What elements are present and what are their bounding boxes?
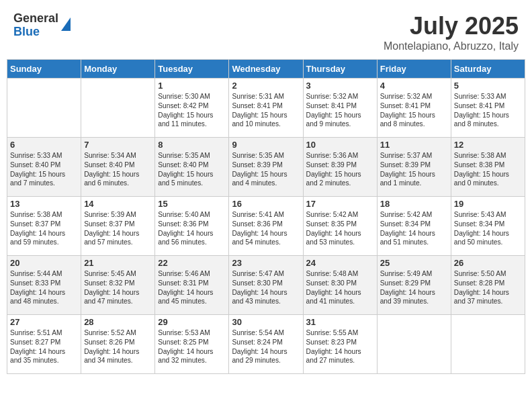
day-info: Sunrise: 5:34 AM Sunset: 8:40 PM Dayligh… xyxy=(84,151,152,188)
calendar-header-sunday: Sunday xyxy=(7,60,81,79)
day-info: Sunrise: 5:36 AM Sunset: 8:39 PM Dayligh… xyxy=(306,151,374,188)
day-number: 27 xyxy=(10,317,78,327)
day-number: 15 xyxy=(158,199,226,209)
day-info: Sunrise: 5:46 AM Sunset: 8:31 PM Dayligh… xyxy=(158,269,226,306)
calendar-cell: 18Sunrise: 5:42 AM Sunset: 8:34 PM Dayli… xyxy=(377,197,451,256)
day-number: 29 xyxy=(158,317,226,327)
calendar-cell: 20Sunrise: 5:44 AM Sunset: 8:33 PM Dayli… xyxy=(7,256,81,315)
day-number: 20 xyxy=(10,258,78,268)
day-info: Sunrise: 5:32 AM Sunset: 8:41 PM Dayligh… xyxy=(380,92,448,129)
day-info: Sunrise: 5:40 AM Sunset: 8:36 PM Dayligh… xyxy=(158,210,226,247)
calendar-cell: 19Sunrise: 5:43 AM Sunset: 8:34 PM Dayli… xyxy=(451,197,525,256)
day-info: Sunrise: 5:35 AM Sunset: 8:39 PM Dayligh… xyxy=(232,151,300,188)
day-info: Sunrise: 5:55 AM Sunset: 8:23 PM Dayligh… xyxy=(306,328,374,365)
day-number: 25 xyxy=(380,258,448,268)
calendar-cell: 13Sunrise: 5:38 AM Sunset: 8:37 PM Dayli… xyxy=(7,197,81,256)
day-info: Sunrise: 5:52 AM Sunset: 8:26 PM Dayligh… xyxy=(84,328,152,365)
day-number: 30 xyxy=(232,317,300,327)
day-info: Sunrise: 5:35 AM Sunset: 8:40 PM Dayligh… xyxy=(158,151,226,188)
calendar-cell xyxy=(451,315,525,374)
calendar-cell xyxy=(7,79,81,138)
logo-blue: Blue xyxy=(13,26,58,39)
day-number: 4 xyxy=(380,81,448,91)
day-number: 26 xyxy=(454,258,522,268)
page-header: General Blue July 2025 Montelapiano, Abr… xyxy=(7,7,525,55)
day-number: 11 xyxy=(380,140,448,150)
day-number: 8 xyxy=(158,140,226,150)
day-info: Sunrise: 5:37 AM Sunset: 8:39 PM Dayligh… xyxy=(380,151,448,188)
calendar-header-thursday: Thursday xyxy=(303,60,377,79)
calendar-cell: 30Sunrise: 5:54 AM Sunset: 8:24 PM Dayli… xyxy=(229,315,303,374)
calendar-week-row: 20Sunrise: 5:44 AM Sunset: 8:33 PM Dayli… xyxy=(7,256,525,315)
day-info: Sunrise: 5:33 AM Sunset: 8:40 PM Dayligh… xyxy=(10,151,78,188)
day-number: 1 xyxy=(158,81,226,91)
calendar-cell: 16Sunrise: 5:41 AM Sunset: 8:36 PM Dayli… xyxy=(229,197,303,256)
day-info: Sunrise: 5:30 AM Sunset: 8:42 PM Dayligh… xyxy=(158,92,226,129)
calendar-week-row: 27Sunrise: 5:51 AM Sunset: 8:27 PM Dayli… xyxy=(7,315,525,374)
day-number: 21 xyxy=(84,258,152,268)
calendar-header-row: SundayMondayTuesdayWednesdayThursdayFrid… xyxy=(7,60,525,79)
day-number: 31 xyxy=(306,317,374,327)
day-info: Sunrise: 5:47 AM Sunset: 8:30 PM Dayligh… xyxy=(232,269,300,306)
logo: General Blue xyxy=(13,12,71,39)
day-info: Sunrise: 5:50 AM Sunset: 8:28 PM Dayligh… xyxy=(454,269,522,306)
calendar-cell: 3Sunrise: 5:32 AM Sunset: 8:41 PM Daylig… xyxy=(303,79,377,138)
day-number: 28 xyxy=(84,317,152,327)
calendar-cell: 31Sunrise: 5:55 AM Sunset: 8:23 PM Dayli… xyxy=(303,315,377,374)
calendar-table: SundayMondayTuesdayWednesdayThursdayFrid… xyxy=(7,59,525,374)
day-number: 13 xyxy=(10,199,78,209)
day-info: Sunrise: 5:54 AM Sunset: 8:24 PM Dayligh… xyxy=(232,328,300,365)
calendar-header-saturday: Saturday xyxy=(451,60,525,79)
day-info: Sunrise: 5:44 AM Sunset: 8:33 PM Dayligh… xyxy=(10,269,78,306)
day-number: 22 xyxy=(158,258,226,268)
day-info: Sunrise: 5:45 AM Sunset: 8:32 PM Dayligh… xyxy=(84,269,152,306)
subtitle: Montelapiano, Abruzzo, Italy xyxy=(384,40,519,52)
calendar-cell: 22Sunrise: 5:46 AM Sunset: 8:31 PM Dayli… xyxy=(155,256,229,315)
day-number: 24 xyxy=(306,258,374,268)
day-info: Sunrise: 5:53 AM Sunset: 8:25 PM Dayligh… xyxy=(158,328,226,365)
calendar-header-wednesday: Wednesday xyxy=(229,60,303,79)
day-number: 23 xyxy=(232,258,300,268)
calendar-cell: 2Sunrise: 5:31 AM Sunset: 8:41 PM Daylig… xyxy=(229,79,303,138)
calendar-cell: 4Sunrise: 5:32 AM Sunset: 8:41 PM Daylig… xyxy=(377,79,451,138)
day-number: 10 xyxy=(306,140,374,150)
logo-text: General Blue xyxy=(13,12,58,39)
day-number: 7 xyxy=(84,140,152,150)
logo-triangle-icon xyxy=(61,17,71,31)
day-number: 19 xyxy=(454,199,522,209)
calendar-cell: 29Sunrise: 5:53 AM Sunset: 8:25 PM Dayli… xyxy=(155,315,229,374)
day-info: Sunrise: 5:33 AM Sunset: 8:41 PM Dayligh… xyxy=(454,92,522,129)
calendar-cell: 27Sunrise: 5:51 AM Sunset: 8:27 PM Dayli… xyxy=(7,315,81,374)
day-number: 16 xyxy=(232,199,300,209)
calendar-cell: 23Sunrise: 5:47 AM Sunset: 8:30 PM Dayli… xyxy=(229,256,303,315)
day-number: 3 xyxy=(306,81,374,91)
day-number: 12 xyxy=(454,140,522,150)
calendar-week-row: 13Sunrise: 5:38 AM Sunset: 8:37 PM Dayli… xyxy=(7,197,525,256)
calendar-cell xyxy=(377,315,451,374)
calendar-cell: 9Sunrise: 5:35 AM Sunset: 8:39 PM Daylig… xyxy=(229,138,303,197)
calendar-cell: 5Sunrise: 5:33 AM Sunset: 8:41 PM Daylig… xyxy=(451,79,525,138)
calendar-week-row: 6Sunrise: 5:33 AM Sunset: 8:40 PM Daylig… xyxy=(7,138,525,197)
day-number: 17 xyxy=(306,199,374,209)
day-info: Sunrise: 5:32 AM Sunset: 8:41 PM Dayligh… xyxy=(306,92,374,129)
day-info: Sunrise: 5:42 AM Sunset: 8:35 PM Dayligh… xyxy=(306,210,374,247)
calendar-cell: 25Sunrise: 5:49 AM Sunset: 8:29 PM Dayli… xyxy=(377,256,451,315)
logo-general: General xyxy=(13,12,58,26)
day-info: Sunrise: 5:38 AM Sunset: 8:38 PM Dayligh… xyxy=(454,151,522,188)
day-number: 2 xyxy=(232,81,300,91)
calendar-cell: 11Sunrise: 5:37 AM Sunset: 8:39 PM Dayli… xyxy=(377,138,451,197)
day-info: Sunrise: 5:43 AM Sunset: 8:34 PM Dayligh… xyxy=(454,210,522,247)
calendar-cell: 15Sunrise: 5:40 AM Sunset: 8:36 PM Dayli… xyxy=(155,197,229,256)
calendar-cell: 8Sunrise: 5:35 AM Sunset: 8:40 PM Daylig… xyxy=(155,138,229,197)
calendar-cell: 6Sunrise: 5:33 AM Sunset: 8:40 PM Daylig… xyxy=(7,138,81,197)
day-info: Sunrise: 5:31 AM Sunset: 8:41 PM Dayligh… xyxy=(232,92,300,129)
calendar-header-friday: Friday xyxy=(377,60,451,79)
calendar-cell: 17Sunrise: 5:42 AM Sunset: 8:35 PM Dayli… xyxy=(303,197,377,256)
day-info: Sunrise: 5:48 AM Sunset: 8:30 PM Dayligh… xyxy=(306,269,374,306)
calendar-cell: 10Sunrise: 5:36 AM Sunset: 8:39 PM Dayli… xyxy=(303,138,377,197)
title-area: July 2025 Montelapiano, Abruzzo, Italy xyxy=(384,12,519,52)
day-info: Sunrise: 5:39 AM Sunset: 8:37 PM Dayligh… xyxy=(84,210,152,247)
calendar-cell: 1Sunrise: 5:30 AM Sunset: 8:42 PM Daylig… xyxy=(155,79,229,138)
day-number: 18 xyxy=(380,199,448,209)
calendar-cell: 24Sunrise: 5:48 AM Sunset: 8:30 PM Dayli… xyxy=(303,256,377,315)
